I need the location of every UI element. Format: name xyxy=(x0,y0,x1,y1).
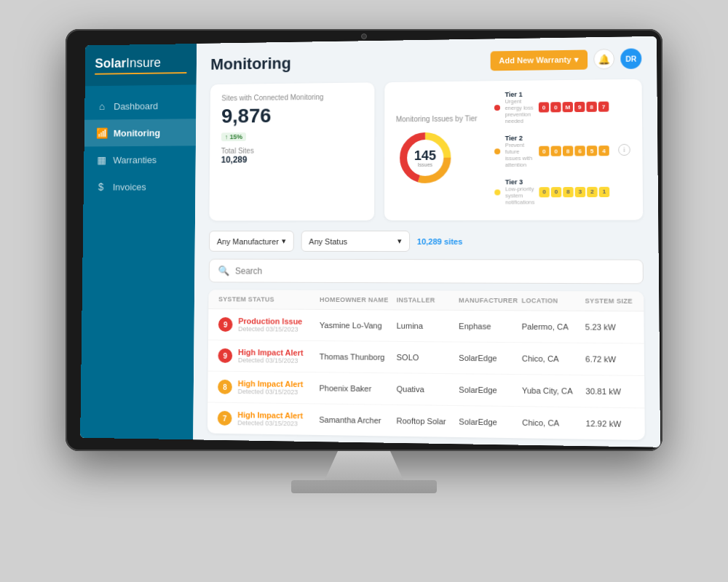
tier-2-info: Tier 2 Prevent future issues with attent… xyxy=(505,135,535,169)
tier-1-desc: Urgent energy loss prevention needed xyxy=(505,98,534,124)
connected-sites-card: Sites with Connected Monitoring 9,876 ↑ … xyxy=(209,82,374,220)
issues-card: Monitoring Issues by Tier xyxy=(384,79,644,220)
warranties-icon: ▦ xyxy=(95,154,107,166)
status-date: Detected 03/15/2023 xyxy=(238,325,302,333)
monitor-screen: SolarInsure ⌂ Dashboard 📶 Monitoring ▦ W… xyxy=(80,36,660,447)
notification-button[interactable]: 🔔 xyxy=(593,49,614,70)
th-installer: Installer xyxy=(397,296,459,304)
header-actions: Add New Warranty ▾ 🔔 DR xyxy=(490,48,641,71)
tier-1-badge: M xyxy=(563,102,573,112)
add-warranty-button[interactable]: Add New Warranty ▾ xyxy=(490,49,587,71)
tier-1-badge: 0 xyxy=(539,102,549,112)
tier-2-desc: Prevent future issues with attention xyxy=(505,142,535,168)
tier-2-dot xyxy=(494,148,500,154)
monitor-wrapper: SolarInsure ⌂ Dashboard 📶 Monitoring ▦ W… xyxy=(66,29,662,553)
tier-list: Tier 1 Urgent energy loss prevention nee… xyxy=(494,89,609,210)
homeowner-name: Samantha Archer xyxy=(319,415,396,426)
connected-label: Sites with Connected Monitoring xyxy=(221,92,363,102)
avatar-initials: DR xyxy=(625,55,636,63)
sidebar-item-invoices[interactable]: $ Invoices xyxy=(84,173,196,201)
status-text-wrap: High Impact Alert Detected 03/15/2023 xyxy=(237,410,303,427)
tier-2-badge: 4 xyxy=(598,146,609,156)
status-cell: 8 High Impact Alert Detected 03/15/2023 xyxy=(218,379,319,396)
status-date: Detected 03/15/2023 xyxy=(238,356,304,364)
tier-3-name: Tier 3 xyxy=(505,178,534,186)
tier-3-info: Tier 3 Low-priority system notifications xyxy=(505,178,535,205)
severity-badge: 9 xyxy=(218,348,232,363)
tier-2-badge: 8 xyxy=(563,146,573,156)
info-icon[interactable]: i xyxy=(618,143,630,155)
manufacturer-filter[interactable]: Any Manufacturer ▾ xyxy=(209,231,294,252)
status-cell: 9 Production Issue Detected 03/15/2023 xyxy=(218,316,320,333)
tier-1-dot xyxy=(494,105,500,111)
th-homeowner: Homeowner Name xyxy=(320,296,397,304)
status-cell: 7 High Impact Alert Detected 03/15/2023 xyxy=(218,410,320,428)
manufacturer-name: Enphase xyxy=(459,322,521,331)
homeowner-name: Thomas Thunborg xyxy=(320,352,397,362)
tier-1-badge: 0 xyxy=(550,102,561,112)
system-size: 6.72 kW xyxy=(585,354,633,364)
main-content: Monitoring Add New Warranty ▾ 🔔 DR xyxy=(193,36,660,447)
th-system-status: System Status xyxy=(218,295,320,303)
system-size: 5.23 kW xyxy=(585,322,633,332)
manufacturer-name: SolarEdge xyxy=(459,386,522,395)
sidebar-item-label: Dashboard xyxy=(114,100,158,111)
issues-card-left: Monitoring Issues by Tier xyxy=(396,114,486,187)
th-system-size: System Size xyxy=(585,297,633,305)
table-row[interactable]: 9 High Impact Alert Detected 03/15/2023 … xyxy=(208,340,644,376)
tier-1-info: Tier 1 Urgent energy loss prevention nee… xyxy=(505,91,534,124)
tier-1-badge: 9 xyxy=(574,102,585,112)
header-row: Monitoring Add New Warranty ▾ 🔔 DR xyxy=(210,48,641,74)
status-filter[interactable]: Any Status ▾ xyxy=(301,231,410,252)
invoices-icon: $ xyxy=(95,181,107,193)
connected-value: 9,876 xyxy=(221,105,363,126)
tier-1-item: Tier 1 Urgent energy loss prevention nee… xyxy=(494,89,609,124)
sidebar-item-dashboard[interactable]: ⌂ Dashboard xyxy=(84,92,197,120)
sidebar-item-warranties[interactable]: ▦ Warranties xyxy=(84,146,196,173)
tier-2-badge: 0 xyxy=(539,146,549,156)
installer-name: SOLO xyxy=(397,353,459,362)
location: Palermo, CA xyxy=(522,322,585,332)
location: Chico, CA xyxy=(522,354,585,364)
manufacturer-name: SolarEdge xyxy=(459,417,522,427)
table-header: System Status Homeowner Name Installer M… xyxy=(208,290,644,311)
stand-neck xyxy=(320,451,408,480)
total-sites-value: 10,289 xyxy=(221,154,363,164)
table-row[interactable]: 7 High Impact Alert Detected 03/15/2023 … xyxy=(207,403,645,440)
dropdown-arrow-icon: ▾ xyxy=(574,55,579,64)
homeowner-name: Phoenix Baker xyxy=(319,383,396,393)
status-date: Detected 03/15/2023 xyxy=(237,419,303,427)
logo-area: SolarInsure xyxy=(85,44,197,86)
installer-name: Rooftop Solar xyxy=(396,416,459,426)
sidebar-item-monitoring[interactable]: 📶 Monitoring xyxy=(84,119,197,146)
donut-value: 145 xyxy=(414,148,436,162)
th-location: Location xyxy=(521,297,585,305)
status-label: Any Status xyxy=(309,237,347,246)
monitoring-icon: 📶 xyxy=(95,127,108,139)
sidebar-item-label: Warranties xyxy=(113,154,157,165)
tier-3-badges: 0 0 8 3 2 1 xyxy=(539,186,609,197)
monitor-stand xyxy=(291,451,437,493)
growth-badge: ↑ 15% xyxy=(221,132,246,141)
status-cell: 9 High Impact Alert Detected 03/15/2023 xyxy=(218,348,319,364)
stats-row: Sites with Connected Monitoring 9,876 ↑ … xyxy=(209,79,643,221)
avatar-button[interactable]: DR xyxy=(620,48,641,69)
add-warranty-label: Add New Warranty xyxy=(499,55,571,65)
tier-3-badge: 2 xyxy=(587,186,598,196)
homeowner-name: Yasmine Lo-Vang xyxy=(320,321,397,330)
search-input[interactable] xyxy=(235,266,633,276)
tier-2-badge: 0 xyxy=(551,146,561,156)
status-text-wrap: Production Issue Detected 03/15/2023 xyxy=(238,316,302,333)
chevron-down-icon: ▾ xyxy=(397,236,402,246)
location: Chico, CA xyxy=(522,418,586,428)
table-row[interactable]: 9 Production Issue Detected 03/15/2023 Y… xyxy=(208,309,644,344)
logo-underline xyxy=(95,72,186,75)
severity-badge: 8 xyxy=(218,380,232,394)
status-date: Detected 03/15/2023 xyxy=(238,388,304,396)
monitor-frame: SolarInsure ⌂ Dashboard 📶 Monitoring ▦ W… xyxy=(66,29,662,451)
tier-3-desc: Low-priority system notifications xyxy=(505,186,535,205)
th-manufacturer: Manufacturer xyxy=(459,297,521,305)
page-title: Monitoring xyxy=(210,55,291,74)
donut-center: 145 Issues xyxy=(414,148,436,167)
filters-row: Any Manufacturer ▾ Any Status ▾ 10,289 s… xyxy=(209,231,644,252)
